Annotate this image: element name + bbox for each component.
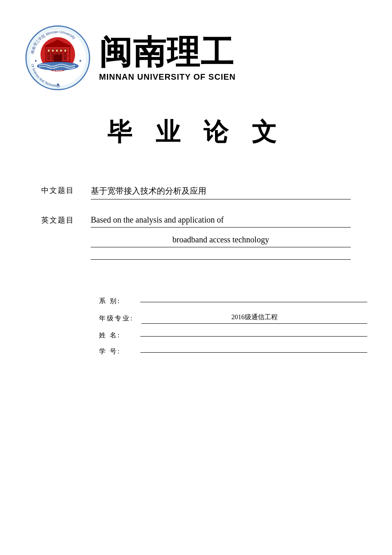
header: 1998 闽南理工学院 Minnan University Of Science… bbox=[25, 25, 367, 91]
english-title-section: 英文题目 Based on the analysis and applicati… bbox=[41, 212, 351, 264]
page: 1998 闽南理工学院 Minnan University Of Science… bbox=[0, 0, 392, 555]
chinese-title-value: 基于宽带接入技术的分析及应用 bbox=[91, 182, 351, 199]
svg-rect-15 bbox=[64, 50, 66, 52]
name-label: 姓 名: bbox=[99, 331, 132, 340]
chinese-title-label: 中文题目 bbox=[41, 182, 78, 195]
svg-text:1998: 1998 bbox=[53, 70, 63, 74]
svg-rect-14 bbox=[60, 50, 62, 52]
form-section: 中文题目 基于宽带接入技术的分析及应用 英文题目 Based on the an… bbox=[41, 182, 351, 264]
name-value bbox=[140, 334, 367, 337]
english-title-label: 英文题目 bbox=[41, 212, 78, 225]
english-title-line1: Based on the analysis and application of bbox=[91, 212, 351, 228]
english-title-content: Based on the analysis and application of… bbox=[91, 212, 351, 264]
chinese-title-content: 基于宽带接入技术的分析及应用 bbox=[91, 182, 351, 204]
main-title: 毕 业 论 文 bbox=[25, 116, 367, 149]
university-name-area: 闽南理工 MINNAN UNIVERSITY OF SCIEN bbox=[99, 34, 236, 82]
svg-rect-17 bbox=[45, 52, 70, 53]
department-label: 系 别: bbox=[99, 297, 132, 306]
student-id-value bbox=[140, 351, 367, 353]
svg-rect-19 bbox=[54, 55, 62, 62]
svg-rect-12 bbox=[52, 50, 54, 52]
university-name-english: MINNAN UNIVERSITY OF SCIEN bbox=[99, 72, 236, 82]
info-section: 系 别: 年级专业: 2016级通信工程 姓 名: 学 号: bbox=[99, 297, 367, 356]
chinese-title-row: 中文题目 基于宽带接入技术的分析及应用 bbox=[41, 182, 351, 204]
student-id-label: 学 号: bbox=[99, 347, 132, 356]
svg-text:★: ★ bbox=[79, 59, 82, 63]
svg-rect-11 bbox=[48, 50, 50, 52]
major-row: 年级专业: 2016级通信工程 bbox=[99, 313, 367, 324]
university-name-chinese: 闽南理工 bbox=[99, 34, 236, 71]
english-title-line2: broadband access technology bbox=[91, 232, 351, 247]
svg-text:★: ★ bbox=[56, 82, 60, 87]
svg-rect-13 bbox=[56, 50, 58, 52]
major-label: 年级专业: bbox=[99, 314, 133, 323]
major-value: 2016级通信工程 bbox=[142, 313, 367, 324]
department-row: 系 别: bbox=[99, 297, 367, 306]
english-title-row: 英文题目 Based on the analysis and applicati… bbox=[41, 212, 351, 264]
svg-text:★: ★ bbox=[34, 59, 37, 63]
department-value bbox=[140, 300, 367, 302]
main-title-section: 毕 业 论 文 bbox=[25, 116, 367, 149]
student-id-row: 学 号: bbox=[99, 347, 367, 356]
university-seal: 1998 闽南理工学院 Minnan University Of Science… bbox=[25, 25, 91, 91]
name-row: 姓 名: bbox=[99, 331, 367, 340]
